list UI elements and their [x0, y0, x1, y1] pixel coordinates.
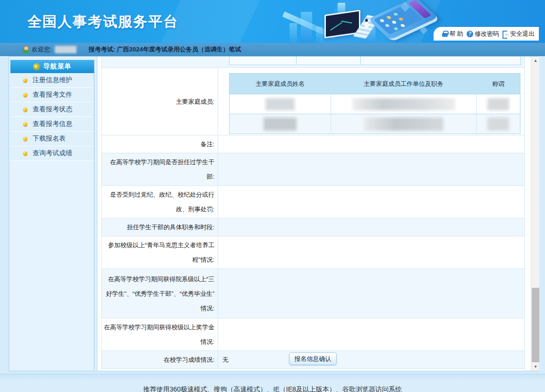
sidebar-item-query-scores[interactable]: 查询考试成绩	[10, 146, 94, 161]
row-label: 主要家庭成员:	[102, 68, 218, 135]
header-illustration	[281, 0, 437, 43]
bullet-icon	[23, 122, 27, 126]
chevron-down-icon: ▼	[33, 63, 40, 70]
bullet-icon	[23, 108, 27, 112]
column-header-relation: 称谓	[477, 74, 520, 94]
scroll-down-arrow[interactable]: ▼	[531, 363, 539, 371]
content-panel: 主要家庭成员: 主要家庭成员姓名 主要家庭成员工作单位及职务 称谓	[97, 57, 539, 371]
illustration-person	[364, 19, 369, 29]
column-header-name: 主要家庭成员姓名	[230, 74, 331, 94]
sidebar-item-label: 注册信息维护	[33, 76, 72, 84]
redacted-cell	[487, 98, 509, 110]
application-form-table: 主要家庭成员: 主要家庭成员姓名 主要家庭成员工作单位及职务 称谓	[101, 57, 525, 369]
table-row-honors: 在高等学校学习期间获得院系级以上“三好学生”、“优秀学生干部”、“优秀毕业生”情…	[102, 269, 524, 318]
sidebar-title: 导航菜单	[43, 62, 72, 71]
help-link[interactable]: 帮 助	[442, 30, 463, 38]
row-value	[218, 153, 524, 185]
row-value	[218, 218, 524, 236]
redacted-cell	[265, 98, 295, 110]
sidebar-item-exam-status[interactable]: 查看报考状态	[10, 102, 94, 117]
family-table-row	[230, 114, 520, 133]
sidebar-item-download-form[interactable]: 下载报名表	[10, 132, 94, 146]
row-label: 在高等学校学习期间获得院系级以上“三好学生”、“优秀学生干部”、“优秀毕业生”情…	[102, 269, 218, 318]
row-label: 备注:	[102, 135, 218, 153]
bullet-icon	[23, 137, 27, 141]
sidebar-header[interactable]: ▼ 导航菜单	[10, 60, 94, 73]
bullet-icon	[23, 93, 27, 97]
sidebar-item-label: 查看报考文件	[33, 91, 72, 99]
redacted-cell	[364, 117, 443, 131]
scrollbar[interactable]: ▲ ▼	[531, 57, 539, 371]
sidebar-item-register-info[interactable]: 注册信息维护	[10, 73, 94, 88]
welcome-bar: 欢迎您: 报考考试: 广西2024年度考试录用公务员（选调生）笔试	[0, 43, 545, 56]
table-row-scholarship: 在高等学校学习期间获得校级以上奖学金情况:	[102, 318, 524, 351]
redacted-cell	[352, 98, 455, 110]
user-avatar-icon	[22, 46, 29, 53]
logout-label: 安全退出	[510, 30, 535, 38]
logout-link[interactable]: 安全退出	[502, 30, 535, 38]
bullet-icon	[23, 78, 27, 83]
row-label: 在高等学校学习期间获得校级以上奖学金情况:	[102, 318, 218, 350]
redacted-username	[55, 46, 77, 53]
help-label: 帮 助	[449, 30, 463, 38]
row-label: 担任学生干部的具体职务和时段:	[102, 218, 218, 236]
bullet-icon	[23, 151, 27, 156]
sidebar: ▼ 导航菜单 注册信息维护 查看报考文件 查看报考状态 查看报考信息 下载报名表…	[10, 60, 94, 370]
sidebar-item-exam-info[interactable]: 查看报考信息	[10, 117, 94, 132]
app-header: 全国人事考试服务平台 帮 助 ? 修改密码 安全退出	[0, 0, 545, 43]
scroll-up-arrow[interactable]: ▲	[531, 57, 539, 65]
question-icon: ?	[467, 31, 473, 37]
row-label: 参加校级以上“青年马克思主义者培养工程”情况:	[102, 236, 218, 268]
header-toolbar: 帮 助 ? 修改密码 安全退出	[434, 27, 539, 41]
illustration-tower	[290, 23, 297, 43]
exit-icon	[502, 31, 509, 37]
confirm-registration-button[interactable]: 报名信息确认	[289, 352, 337, 365]
row-value	[218, 236, 524, 268]
change-password-label: 修改密码	[475, 30, 499, 38]
sidebar-item-label: 查询考试成绩	[33, 149, 72, 158]
table-row-punishment: 是否受到过党纪、政纪、校纪处分或行政、刑事处罚:	[102, 186, 524, 218]
sidebar-item-label: 下载报名表	[33, 134, 66, 143]
row-label: 在高等学校学习期间是否担任过学生干部:	[102, 153, 218, 185]
table-row-partial	[102, 57, 524, 68]
page-title: 全国人事考试服务平台	[27, 12, 179, 32]
row-label: 是否受到过党纪、政纪、校纪处分或行政、刑事处罚:	[102, 186, 218, 218]
table-row-student-cadre: 在高等学校学习期间是否担任过学生干部:	[102, 153, 524, 186]
row-value	[218, 186, 524, 218]
redacted-cell	[487, 117, 509, 131]
scrollbar-thumb[interactable]	[532, 288, 539, 362]
main-container: ▼ 导航菜单 注册信息维护 查看报考文件 查看报考状态 查看报考信息 下载报名表…	[9, 56, 539, 371]
table-row-marxism-program: 参加校级以上“青年马克思主义者培养工程”情况:	[102, 236, 524, 269]
table-row-family-members: 主要家庭成员: 主要家庭成员姓名 主要家庭成员工作单位及职务 称谓	[102, 68, 524, 135]
sidebar-item-exam-files[interactable]: 查看报考文件	[10, 88, 94, 102]
table-row-cadre-position: 担任学生干部的具体职务和时段:	[102, 218, 524, 236]
row-value	[218, 135, 524, 153]
sidebar-item-label: 查看报考状态	[33, 105, 72, 114]
row-value	[218, 318, 524, 350]
change-password-link[interactable]: ? 修改密码	[467, 30, 499, 38]
exam-info: 报考考试: 广西2024年度考试录用公务员（选调生）笔试	[89, 45, 241, 54]
row-value: 无	[218, 351, 524, 368]
column-header-workunit: 主要家庭成员工作单位及职务	[331, 74, 477, 94]
inner-table-partial	[229, 57, 521, 65]
footer-browser-notice: 推荐使用360极速模式、搜狗（高速模式）、IE（IE8及以上版本）、谷歌浏览器访…	[0, 385, 545, 392]
family-table-header: 主要家庭成员姓名 主要家庭成员工作单位及职务 称谓	[230, 74, 520, 94]
row-value	[218, 269, 524, 318]
table-row-remarks: 备注:	[102, 135, 524, 153]
family-members-table: 主要家庭成员姓名 主要家庭成员工作单位及职务 称谓	[229, 73, 520, 134]
lock-icon	[442, 31, 448, 37]
welcome-greeting: 欢迎您:	[32, 45, 52, 54]
family-table-row	[230, 94, 520, 114]
row-label: 在校学习成绩情况:	[102, 351, 218, 368]
redacted-cell	[264, 117, 297, 131]
sidebar-item-label: 查看报考信息	[33, 120, 72, 128]
